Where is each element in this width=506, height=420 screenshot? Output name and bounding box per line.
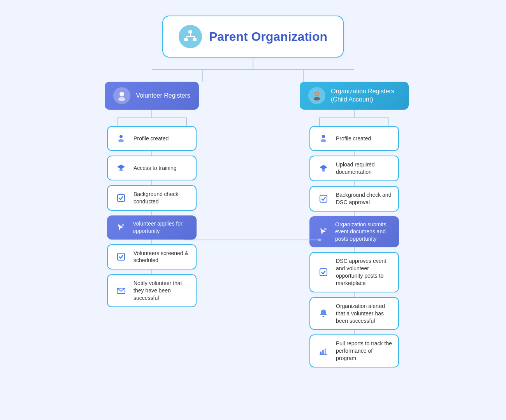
svg-rect-2 bbox=[193, 38, 197, 41]
svg-rect-13 bbox=[118, 194, 125, 201]
person-icon bbox=[114, 131, 128, 145]
step-l6: Notify volunteer that they have been suc… bbox=[107, 274, 197, 307]
org-chart-icon bbox=[179, 25, 202, 48]
step-l2: Access to training bbox=[107, 156, 197, 180]
svg-rect-16 bbox=[118, 253, 125, 260]
step-r7-text: Pull reports to track the performance of… bbox=[336, 340, 392, 362]
step-l1: Profile created bbox=[107, 126, 197, 151]
step-l3-text: Background check conducted bbox=[134, 191, 190, 205]
step-r3: Background check and DSC approval bbox=[309, 186, 399, 212]
svg-point-7 bbox=[119, 92, 124, 96]
svg-rect-24 bbox=[322, 169, 325, 172]
step-r6-text: Organization alerted that a volunteer ha… bbox=[336, 303, 392, 325]
left-branch: Volunteer Registers bbox=[93, 82, 210, 307]
step-r7: Pull reports to track the performance of… bbox=[309, 334, 399, 368]
step-r3-text: Background check and DSC approval bbox=[336, 191, 392, 206]
cursor-icon-l4 bbox=[113, 220, 127, 234]
svg-rect-12 bbox=[119, 169, 123, 171]
svg-rect-1 bbox=[184, 38, 188, 41]
step-r4: Organization submits event documens and … bbox=[309, 216, 399, 248]
svg-point-22 bbox=[321, 139, 326, 142]
svg-point-20 bbox=[316, 93, 318, 95]
svg-point-21 bbox=[322, 135, 325, 138]
checkbox-icon-l5 bbox=[114, 250, 128, 264]
right-branch: Organization Registers (Child Account) bbox=[296, 82, 413, 368]
svg-point-8 bbox=[118, 97, 125, 101]
root-node: Parent Organization bbox=[162, 16, 344, 58]
chart-icon bbox=[316, 344, 330, 358]
step-r5-text: DSC approves event and volunteer opportu… bbox=[336, 257, 392, 287]
diagram: Parent Organization Volunteer Registers bbox=[39, 16, 467, 245]
svg-point-29 bbox=[323, 316, 325, 317]
root-v-connector bbox=[253, 58, 253, 69]
checkbox-icon-r3 bbox=[316, 192, 330, 206]
step-r2-text: Upload required documentation bbox=[336, 161, 392, 176]
step-r4-text: Organization submits event documens and … bbox=[335, 221, 393, 243]
svg-marker-11 bbox=[117, 164, 125, 169]
person-icon-r1 bbox=[316, 131, 330, 145]
svg-rect-25 bbox=[320, 195, 327, 202]
step-l5-text: Volunteers screened & scheduled bbox=[134, 250, 190, 264]
step-l5: Volunteers screened & scheduled bbox=[107, 244, 197, 270]
checkbox-icon-l3 bbox=[114, 191, 128, 205]
svg-line-27 bbox=[323, 230, 325, 231]
svg-rect-28 bbox=[320, 269, 327, 276]
mail-icon bbox=[114, 284, 128, 298]
step-l6-text: Notify volunteer that they have been suc… bbox=[134, 280, 190, 302]
root-title: Parent Organization bbox=[209, 30, 327, 44]
volunteer-register-label: Volunteer Registers bbox=[136, 92, 190, 99]
svg-marker-23 bbox=[320, 165, 327, 170]
step-r6: Organization alerted that a volunteer ha… bbox=[309, 297, 399, 330]
svg-rect-31 bbox=[322, 350, 324, 355]
step-l4: Volunteer applies for opportunity bbox=[107, 215, 197, 240]
step-r2: Upload required documentation bbox=[309, 156, 399, 181]
h-splitter bbox=[152, 69, 354, 70]
volunteer-avatar bbox=[113, 87, 130, 104]
volunteer-register-node: Volunteer Registers bbox=[105, 82, 199, 110]
step-l1-text: Profile created bbox=[134, 135, 169, 142]
org-register-node: Organization Registers (Child Account) bbox=[300, 82, 409, 110]
svg-rect-0 bbox=[188, 30, 192, 33]
step-l4-text: Volunteer applies for opportunity bbox=[133, 220, 190, 235]
org-avatar bbox=[308, 87, 325, 104]
svg-rect-30 bbox=[320, 352, 322, 355]
step-r1: Profile created bbox=[309, 126, 399, 151]
bell-icon bbox=[316, 306, 330, 320]
svg-point-9 bbox=[119, 135, 123, 138]
step-l3: Background check conducted bbox=[107, 185, 197, 211]
org-register-label: Organization Registers (Child Account) bbox=[331, 88, 400, 104]
svg-point-19 bbox=[314, 97, 320, 101]
graduation-icon bbox=[114, 161, 128, 175]
graduation-icon-r2 bbox=[316, 161, 330, 175]
svg-line-15 bbox=[121, 226, 122, 227]
register-row: Volunteer Registers bbox=[93, 82, 413, 368]
step-l2-text: Access to training bbox=[134, 164, 177, 172]
step-r5: DSC approves event and volunteer opportu… bbox=[309, 252, 399, 292]
svg-rect-32 bbox=[325, 348, 326, 355]
cursor-icon-r4 bbox=[316, 225, 330, 239]
svg-point-10 bbox=[118, 139, 124, 142]
step-r1-text: Profile created bbox=[336, 135, 371, 142]
checkbox-icon-r5 bbox=[316, 265, 330, 279]
branch-v-connectors bbox=[152, 70, 354, 82]
